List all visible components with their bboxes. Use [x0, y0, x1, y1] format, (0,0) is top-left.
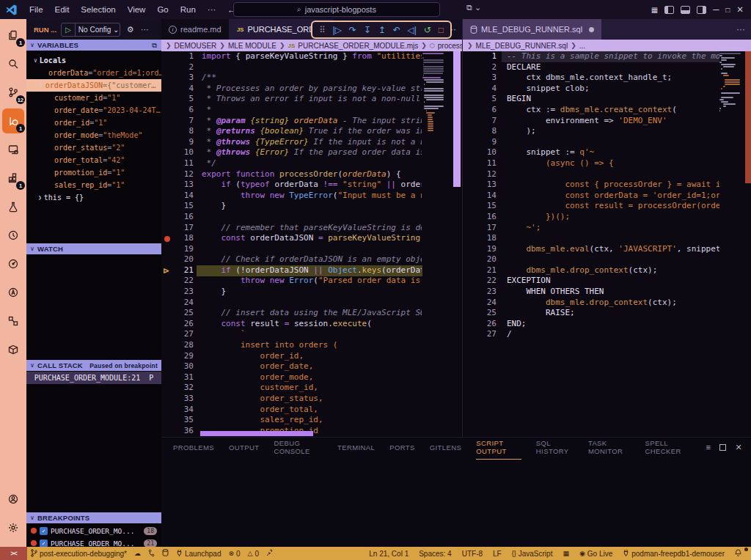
activity-remote-explorer-icon[interactable] [2, 137, 24, 162]
code-area[interactable]: import { parseKeyValueString } from "uti… [202, 51, 422, 437]
grid-icon[interactable]: ▦ [557, 550, 574, 557]
status-utf-8[interactable]: UTF-8 [457, 550, 488, 558]
editor-content[interactable]: 1234567891011121314151617181920212223242… [463, 51, 751, 437]
toggle-panel-icon[interactable] [681, 6, 690, 14]
activity-source-control-icon[interactable]: 12 [2, 80, 24, 105]
activity-account-icon[interactable] [2, 487, 24, 512]
step-over-icon[interactable]: ↷ [349, 25, 356, 35]
stop-icon[interactable]: □ [439, 25, 444, 35]
activity-diagram-icon[interactable] [2, 309, 24, 334]
breadcrumb-item[interactable]: PURCHASE_ORDER_MODULE.mjs [298, 42, 418, 50]
step-into-icon[interactable]: ↧ [364, 25, 371, 35]
breadcrumb-item[interactable]: MLE_DEBUG_RUNNER.sql [476, 42, 568, 50]
broadcast-icon[interactable]: ◉Go Live [574, 550, 618, 558]
activity-history-icon[interactable] [2, 223, 24, 248]
activity-database-tools-icon[interactable] [2, 251, 24, 276]
start-debug-icon[interactable]: ▷ [62, 23, 76, 36]
connect-icon[interactable] [263, 549, 276, 558]
close-button[interactable]: ✕ [736, 4, 744, 15]
status-lf[interactable]: LF [488, 550, 507, 558]
braces-icon[interactable]: {}JavaScript [507, 550, 558, 558]
gitlens-branch-icon[interactable] [144, 549, 158, 559]
panel-tab-problems[interactable]: PROBLEMS [173, 440, 214, 455]
editor-vertical-scrollbar[interactable] [453, 51, 461, 187]
panel-tab-task-monitor[interactable]: TASK MONITOR [588, 435, 631, 459]
layout-control-icon[interactable]: ⧉ ⌄ [466, 3, 481, 12]
panel-tab-terminal[interactable]: TERMINAL [337, 440, 375, 455]
maximize-panel-icon[interactable] [719, 444, 726, 451]
variable-row[interactable]: order_total = "42" [26, 154, 161, 166]
close-panel-icon[interactable]: ✕ [735, 443, 742, 452]
activity-oracle-icon[interactable] [2, 280, 24, 305]
variable-row[interactable]: order_status = "2" [26, 141, 161, 154]
cloud-icon[interactable]: ☁ [131, 550, 144, 557]
breakpoint-checkbox[interactable]: ✓ [40, 539, 48, 548]
menu-view[interactable]: View [122, 5, 152, 14]
panel-output-actions-icon[interactable]: ≡ [706, 443, 711, 452]
stack-frame[interactable]: PURCHASE_ORDER_MODULE:21 P [26, 372, 161, 384]
customize-layout-icon[interactable]: ▦ [651, 6, 658, 14]
activity-run-and-debug-icon[interactable]: 1 [2, 108, 24, 133]
editor-more-actions-icon[interactable]: ··· [736, 24, 751, 34]
activity-testing-icon[interactable] [2, 194, 24, 219]
breakpoints-section-header[interactable]: ∨BREAKPOINTS [26, 512, 161, 523]
panel-tab-gitlens[interactable]: GITLENS [430, 440, 461, 455]
watch-section-header[interactable]: ∨WATCH [26, 243, 161, 254]
menu-selection[interactable]: Selection [75, 5, 121, 14]
collapse-all-icon[interactable]: ⧉ [152, 41, 157, 50]
panel-tab-sql-history[interactable]: SQL HISTORY [536, 435, 574, 459]
activity-search-icon[interactable] [2, 51, 24, 76]
reverse-continue-icon[interactable]: ◁| [408, 25, 417, 35]
step-out-icon[interactable]: ↥ [378, 25, 386, 35]
activity-container-icon[interactable] [2, 337, 24, 362]
activity-settings-icon[interactable] [2, 515, 24, 540]
breadcrumb-item[interactable]: MLE MODULE [228, 42, 276, 50]
editor-vertical-scrollbar[interactable] [745, 51, 751, 183]
variable-row[interactable]: order_id = "1" [26, 117, 161, 129]
panel-tab-spell-checker[interactable]: SPELL CHECKER [645, 435, 691, 459]
breakpoint-checkbox[interactable]: ✓ [40, 527, 48, 535]
menu-edit[interactable]: Edit [49, 5, 76, 14]
panel-tab-debug-console[interactable]: DEBUG CONSOLE [274, 435, 323, 459]
config-dropdown[interactable]: No Config ⌄ [76, 26, 120, 34]
variable-row[interactable]: orderData = "order_id=1;ord… [26, 67, 161, 79]
step-back-icon[interactable]: ↶ [393, 25, 400, 35]
status-spaces-4[interactable]: Spaces: 4 [414, 550, 456, 558]
variable-row[interactable]: customer_id = "1" [26, 92, 161, 104]
bell-icon[interactable] [730, 549, 747, 558]
callstack-section-header[interactable]: ∨CALL STACKPaused on breakpoint [26, 360, 161, 371]
toggle-secondary-sidebar-icon[interactable] [697, 6, 706, 14]
toggle-sidebar-icon[interactable] [664, 6, 674, 14]
tab-mle-debug-runner-sql[interactable]: MLE_DEBUG_RUNNER.sql [463, 19, 601, 40]
breadcrumb-item[interactable]: DEMOUSER [175, 42, 217, 50]
maximize-button[interactable]: □ [725, 6, 730, 14]
menu-[interactable]: ··· [202, 5, 222, 14]
breakpoint-row[interactable]: ✓PURCHASE_ORDER_MO...18 [26, 525, 161, 537]
database-icon[interactable] [158, 549, 172, 558]
panel-tab-output[interactable]: OUTPUT [229, 440, 259, 455]
activity-extensions-icon[interactable]: 1 [2, 166, 24, 191]
warning-icon[interactable]: △0 [244, 550, 263, 558]
variables-section-header[interactable]: ∨VARIABLES⧉ [26, 40, 161, 51]
menu-go[interactable]: Go [151, 5, 174, 14]
gear-icon[interactable]: ⚙ [127, 25, 134, 34]
variable-row[interactable]: ∨Locals [26, 54, 161, 67]
variable-row[interactable]: ❯this = {} [26, 191, 161, 204]
menu-file[interactable]: File [23, 5, 49, 14]
breadcrumb-item[interactable]: processOrder [438, 42, 462, 50]
error-icon[interactable]: ⊗0 [224, 550, 243, 558]
variable-row[interactable]: order_mode = "theMode" [26, 129, 161, 141]
breakpoint-icon[interactable] [164, 236, 170, 242]
breadcrumb[interactable]: ❯DEMOUSER❯MLE MODULE❯JSPURCHASE_ORDER_MO… [161, 40, 462, 51]
editor-content[interactable]: 1234567891011121314151617181920212223242… [161, 51, 462, 437]
restart-icon[interactable]: ↺ [424, 25, 431, 35]
code-area[interactable]: -- This is a sample snippet to invoke th… [507, 51, 719, 340]
launch-config-control[interactable]: ▷ No Config ⌄ [61, 23, 120, 37]
plug-icon[interactable]: Launchpad [172, 549, 225, 558]
git-branch-icon[interactable]: post-execution-debugging* [27, 549, 131, 559]
status-ln-21-col-1[interactable]: Ln 21, Col 1 [364, 550, 414, 558]
minimize-button[interactable]: ─ [713, 5, 719, 14]
activity-explorer-icon[interactable]: 1 [2, 23, 24, 48]
command-center-search[interactable]: ⌕ javascript-blogposts [233, 2, 440, 17]
variable-row[interactable]: promotion_id = "1" [26, 166, 161, 179]
